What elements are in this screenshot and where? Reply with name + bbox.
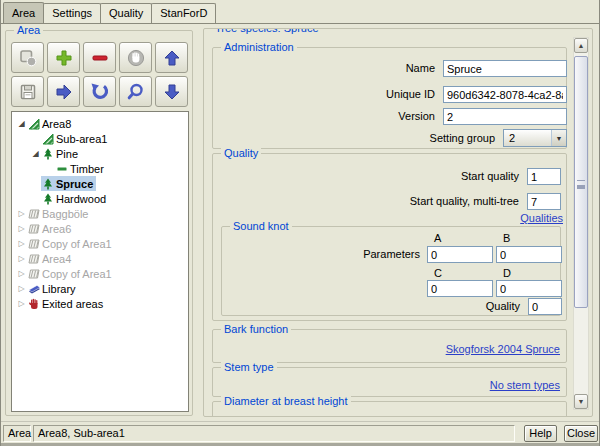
tree-item-copy-of-area1[interactable]: ▷Copy of Area1 [12, 236, 188, 251]
tree-item-timber[interactable]: Timber [12, 161, 188, 176]
tab-area[interactable]: Area [3, 2, 44, 23]
param-a-field[interactable] [427, 246, 493, 263]
status-panel-mode: Area [3, 425, 31, 442]
quality-groupbox: Quality Start quality Start quality, mul… [212, 153, 567, 321]
tree-item-spruce[interactable]: Spruce [12, 176, 188, 191]
remove-icon [90, 48, 110, 68]
start-quality-multi-label: Start quality, multi-tree [213, 193, 519, 210]
vertical-scrollbar[interactable]: ▲ ▼ [573, 37, 589, 410]
undo-button[interactable] [83, 76, 116, 107]
tree-item-label: Library [42, 283, 76, 295]
move-right-icon [54, 82, 74, 102]
start-quality-multi-field[interactable] [527, 193, 561, 210]
expanded-arrow-icon[interactable]: ◢ [16, 116, 27, 131]
area-toolbar-row2 [11, 76, 188, 107]
tree-item-label: Area6 [42, 223, 71, 235]
move-down-icon [162, 82, 182, 102]
expanded-arrow-icon[interactable]: ◢ [30, 146, 41, 161]
copy-area-button[interactable] [11, 42, 44, 73]
collapsed-arrow-icon[interactable]: ▷ [16, 206, 27, 221]
tree-item-hardwood[interactable]: Hardwood [12, 191, 188, 206]
copy-area-icon [18, 48, 38, 68]
qualities-link[interactable]: Qualities [520, 212, 563, 224]
save-button[interactable] [11, 76, 44, 107]
collapsed-arrow-icon[interactable]: ▷ [16, 296, 27, 311]
dbh-title: Diameter at breast height [221, 395, 351, 408]
move-up-button[interactable] [155, 42, 188, 73]
setting-group-select[interactable]: 2 ▼ [503, 129, 567, 147]
area-disabled-icon [28, 223, 40, 235]
sound-knot-quality-label: Quality [222, 298, 520, 315]
undo-icon [90, 82, 110, 102]
scroll-up-button[interactable]: ▲ [574, 38, 588, 53]
zoom-button[interactable] [119, 76, 152, 107]
scroll-down-button[interactable]: ▼ [574, 394, 588, 409]
move-up-icon [162, 48, 182, 68]
unique-id-field[interactable] [443, 86, 567, 103]
tree-item-label: Area8 [42, 118, 71, 130]
area-icon [28, 118, 40, 130]
zoom-icon [126, 82, 146, 102]
area-disabled-icon [28, 238, 40, 250]
bark-function-groupbox: Bark function Skogforsk 2004 Spruce [212, 329, 567, 363]
tree-item-exited-areas[interactable]: ▷Exited areas [12, 296, 188, 311]
area-icon [42, 133, 54, 145]
tree-item-baggb-le[interactable]: ▷Baggböle [12, 206, 188, 221]
remove-button[interactable] [83, 42, 116, 73]
tab-stanford[interactable]: StanForD [151, 3, 216, 23]
administration-groupbox: Administration Name Unique ID Version Se… [212, 47, 567, 149]
tree-item-library[interactable]: ▷Library [12, 281, 188, 296]
tree-item-label: Baggböle [42, 208, 89, 220]
param-c-field[interactable] [427, 280, 493, 297]
sound-knot-quality-field[interactable] [528, 298, 562, 315]
area-tree[interactable]: ◢Area8Sub-area1◢PineTimberSpruceHardwood… [11, 111, 189, 412]
tree-item-area6[interactable]: ▷Area6 [12, 221, 188, 236]
param-d-field[interactable] [496, 280, 562, 297]
scroll-down-icon: ▼ [578, 398, 585, 405]
collapsed-arrow-icon[interactable]: ▷ [16, 251, 27, 266]
administration-title: Administration [221, 41, 297, 54]
tree-icon [42, 178, 54, 190]
collapsed-arrow-icon[interactable]: ▷ [16, 221, 27, 236]
tree-item-area8[interactable]: ◢Area8 [12, 116, 188, 131]
stem-type-title: Stem type [221, 361, 277, 374]
help-button[interactable]: Help [524, 425, 557, 442]
scrollbar-grip-icon [577, 180, 585, 185]
add-icon [54, 48, 74, 68]
stop-hand-button[interactable] [119, 42, 152, 73]
start-quality-field[interactable] [527, 168, 561, 185]
area-panel: Area ◢Area8Sub-area1◢PineTimberSpruceHar… [5, 30, 193, 416]
move-right-button[interactable] [47, 76, 80, 107]
tree-item-sub-area1[interactable]: Sub-area1 [12, 131, 188, 146]
status-panel-context: Area8, Sub-area1 [33, 425, 515, 442]
move-down-button[interactable] [155, 76, 188, 107]
area-disabled-icon [28, 253, 40, 265]
param-b-field[interactable] [496, 246, 562, 263]
tab-settings[interactable]: Settings [43, 3, 101, 23]
chevron-down-icon[interactable]: ▼ [551, 130, 566, 146]
tree-item-pine[interactable]: ◢Pine [12, 146, 188, 161]
version-field[interactable] [443, 108, 567, 125]
collapsed-arrow-icon[interactable]: ▷ [16, 281, 27, 296]
tab-quality[interactable]: Quality [100, 3, 152, 23]
setting-group-label: Setting group [213, 130, 495, 147]
add-button[interactable] [47, 42, 80, 73]
scroll-up-icon: ▲ [578, 42, 585, 49]
name-label: Name [213, 60, 435, 77]
close-button[interactable]: Close [564, 425, 598, 442]
name-field[interactable] [443, 60, 567, 77]
bark-function-link[interactable]: Skogforsk 2004 Spruce [446, 343, 560, 355]
param-c-header: C [434, 267, 442, 279]
tree-item-area4[interactable]: ▷Area4 [12, 251, 188, 266]
param-a-header: A [434, 232, 441, 244]
tree-item-label: Timber [70, 163, 104, 175]
collapsed-arrow-icon[interactable]: ▷ [16, 236, 27, 251]
dbh-field[interactable] [527, 416, 561, 417]
tree-item-copy-of-area1[interactable]: ▷Copy of Area1 [12, 266, 188, 281]
param-d-header: D [503, 267, 511, 279]
setting-group-value: 2 [509, 132, 551, 144]
sound-knot-groupbox: Sound knot A B Parameters C D Quality [221, 226, 561, 316]
stem-type-link[interactable]: No stem types [490, 379, 560, 391]
collapsed-arrow-icon[interactable]: ▷ [16, 266, 27, 281]
scrollbar-thumb[interactable] [574, 56, 588, 308]
